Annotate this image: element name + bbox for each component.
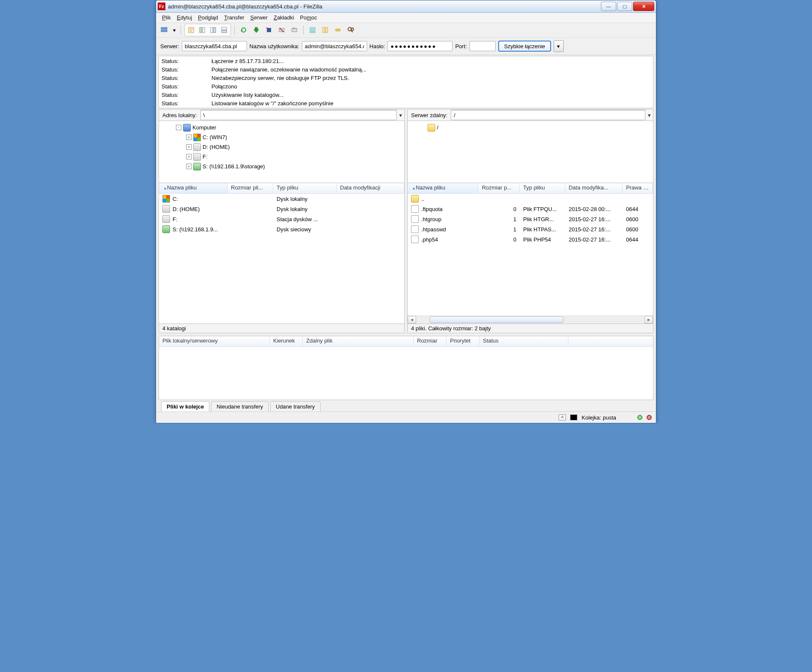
column-header[interactable]: Typ pliku [520, 183, 565, 193]
tab-successful[interactable]: Udane transfery [270, 401, 321, 411]
filter-button[interactable] [307, 25, 318, 36]
remote-rows[interactable]: ...ftpquota0Plik FTPQU...2015-02-28 00:.… [408, 194, 653, 315]
menu-transfer[interactable]: Transfer [224, 14, 244, 21]
tree-item[interactable]: +F: [162, 152, 402, 162]
local-path-input[interactable]: \ [200, 110, 397, 120]
window-title: admin@blaszczyka654.cba.pl@blaszczyka654… [168, 3, 600, 10]
remote-tree[interactable]: / [407, 121, 653, 183]
column-header[interactable]: Data modyfikacji [337, 183, 404, 193]
sync-browse-button[interactable] [332, 25, 343, 36]
maximize-button[interactable]: ▢ [617, 2, 632, 11]
toggle-remote-tree-button[interactable] [208, 25, 219, 36]
column-header[interactable]: Priorytet [447, 336, 480, 346]
password-input[interactable] [387, 41, 453, 51]
compare-button[interactable] [320, 25, 331, 36]
quickconnect-history-dropdown[interactable]: ▾ [554, 40, 564, 52]
column-header[interactable]: Data modyfika... [565, 183, 623, 193]
disconnect-button[interactable] [276, 25, 287, 36]
column-header[interactable]: Kierunek [270, 336, 303, 346]
remote-path-dropdown[interactable]: ▾ [645, 112, 653, 118]
close-button[interactable]: ✕ [633, 2, 654, 11]
quickconnect-button[interactable]: Szybkie łączenie [498, 41, 551, 52]
svg-point-20 [351, 28, 354, 30]
site-manager-button[interactable] [159, 25, 170, 36]
scroll-right-button[interactable]: ► [645, 316, 653, 324]
tree-item[interactable]: / [410, 123, 650, 132]
column-header[interactable]: Zdalny plik [303, 336, 414, 346]
queue-body[interactable] [159, 347, 653, 400]
list-row[interactable]: .htgroup1Plik HTGR...2015-02-27 16:...06… [408, 214, 653, 224]
toggle-local-tree-button[interactable] [197, 25, 208, 36]
file-icon [411, 225, 419, 233]
server-label: Serwer: [160, 43, 179, 49]
svg-rect-7 [222, 30, 227, 33]
scroll-track[interactable] [416, 316, 645, 323]
process-queue-button[interactable] [251, 25, 262, 36]
menu-serwer[interactable]: Serwer [250, 14, 268, 21]
local-tree[interactable]: -Komputer+C: (WIN7)+D: (HOME)+F:+S: (\\1… [159, 121, 405, 183]
search-button[interactable] [345, 25, 356, 36]
column-header[interactable]: Rozmiar pli... [228, 183, 273, 193]
remote-columns[interactable]: ▲Nazwa plikuRozmiar p...Typ plikuData mo… [408, 183, 653, 194]
column-header[interactable]: ▲Nazwa pliku [159, 183, 228, 193]
remote-path-input[interactable]: / [451, 110, 645, 120]
column-header[interactable]: ▲Nazwa pliku [408, 183, 478, 193]
list-row[interactable]: S: (\\192.168.1.9...Dysk sieciowy [159, 224, 404, 234]
tab-failed[interactable]: Nieudane transfery [211, 401, 269, 411]
svg-rect-3 [200, 27, 202, 33]
tree-expander[interactable]: + [186, 144, 192, 150]
menu-zakladki[interactable]: Zakładki [274, 14, 294, 21]
local-path-bar: Adres lokalny: \ ▾ [159, 109, 405, 121]
tree-item[interactable]: +D: (HOME) [162, 142, 402, 152]
menu-podglad[interactable]: Podgląd [198, 14, 218, 21]
list-row[interactable]: .php540Plik PHP542015-02-27 16:...0644 [408, 234, 653, 244]
list-row[interactable]: C:Dysk lokalny [159, 194, 404, 204]
column-header[interactable]: Rozmiar [414, 336, 447, 346]
scroll-thumb[interactable] [430, 316, 563, 323]
site-manager-dropdown[interactable]: ▾ [171, 25, 177, 36]
svg-point-17 [335, 29, 338, 31]
local-columns[interactable]: ▲Nazwa plikuRozmiar pli...Typ plikuData … [159, 183, 404, 194]
list-row[interactable]: .htpasswd1Plik HTPAS...2015-02-27 16:...… [408, 224, 653, 234]
toggle-log-button[interactable] [186, 25, 197, 36]
list-row[interactable]: .. [408, 194, 653, 204]
refresh-button[interactable] [238, 25, 249, 36]
netdrive-icon [193, 163, 201, 170]
server-input[interactable] [182, 41, 247, 51]
username-input[interactable] [302, 41, 367, 51]
column-header[interactable]: Plik lokalny/serwerowy [159, 336, 270, 346]
tree-expander[interactable]: - [176, 125, 181, 130]
svg-rect-1 [161, 30, 167, 32]
reconnect-button[interactable] [289, 25, 300, 36]
tree-item[interactable]: +C: (WIN7) [162, 132, 402, 142]
scroll-left-button[interactable]: ◄ [408, 316, 416, 324]
column-header[interactable]: Rozmiar p... [478, 183, 520, 193]
transfer-type-indicator-icon[interactable] [570, 414, 577, 420]
local-rows[interactable]: C:Dysk lokalnyD: (HOME)Dysk lokalnyF:Sta… [159, 194, 404, 324]
remote-hscrollbar[interactable]: ◄ ► [408, 315, 653, 324]
column-header[interactable]: Typ pliku [273, 183, 337, 193]
list-row[interactable]: F:Stacja dysków ... [159, 214, 404, 224]
menu-plik[interactable]: Plik [162, 14, 171, 21]
message-log[interactable]: Status:Łączenie z 85.17.73.180:21...Stat… [159, 56, 653, 108]
port-input[interactable] [469, 41, 496, 51]
cancel-button[interactable] [263, 25, 274, 36]
tab-queued[interactable]: Pliki w kolejce [161, 401, 209, 411]
minimize-button[interactable]: — [601, 2, 616, 11]
encoding-indicator-icon[interactable]: A [559, 414, 566, 420]
list-row[interactable]: .ftpquota0Plik FTPQU...2015-02-28 00:...… [408, 204, 653, 214]
title-bar[interactable]: Fz admin@blaszczyka654.cba.pl@blaszczyka… [156, 0, 656, 13]
queue-columns[interactable]: Plik lokalny/serwerowyKierunekZdalny pli… [159, 336, 653, 347]
tree-item[interactable]: +S: (\\192.168.1.9\storage) [162, 162, 402, 171]
column-header[interactable]: Prawa dos [623, 183, 653, 193]
tree-expander[interactable]: + [186, 164, 192, 169]
menu-pomoc[interactable]: Pomoc [300, 14, 317, 21]
toggle-queue-button[interactable] [219, 25, 230, 36]
local-path-dropdown[interactable]: ▾ [397, 112, 404, 118]
menu-edytuj[interactable]: Edytuj [177, 14, 192, 21]
list-row[interactable]: D: (HOME)Dysk lokalny [159, 204, 404, 214]
tree-expander[interactable]: + [186, 134, 192, 140]
tree-expander[interactable]: + [186, 154, 192, 159]
tree-item[interactable]: -Komputer [162, 123, 402, 132]
column-header[interactable]: Status [480, 336, 568, 346]
